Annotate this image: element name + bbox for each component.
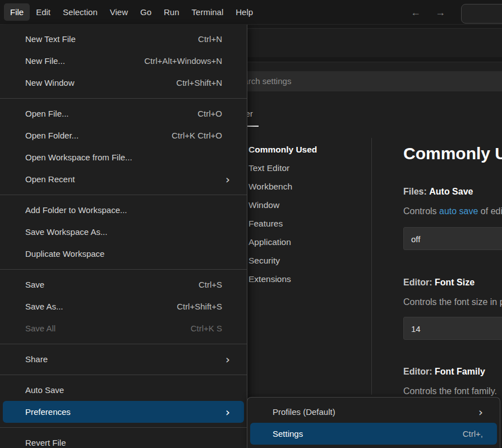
preferences-submenu: Profiles (Default) › Settings Ctrl+, — [247, 397, 500, 448]
setting-name-editor-font-size: Editor: Font Size — [403, 278, 475, 288]
toc-item-application[interactable]: Application — [248, 233, 317, 251]
toc-item-workbench[interactable]: Workbench — [248, 177, 317, 196]
toc-item-commonly-used[interactable]: Commonly Used — [248, 140, 317, 159]
menu-item-save[interactable]: Save Ctrl+S — [0, 274, 247, 295]
file-menu: New Text File Ctrl+N New File... Ctrl+Al… — [0, 25, 247, 448]
setting-desc-font-family: Controls the font family. — [403, 386, 497, 396]
menu-separator — [0, 427, 247, 428]
menu-item-auto-save[interactable]: Auto Save — [0, 379, 247, 401]
toc-item-security[interactable]: Security — [248, 251, 317, 270]
submenu-arrow-icon: › — [225, 407, 230, 418]
menubar-item-help[interactable]: Help — [229, 3, 259, 21]
menu-item-settings[interactable]: Settings Ctrl+, — [250, 423, 497, 445]
menu-item-save-all: Save All Ctrl+K S — [0, 317, 247, 339]
menubar-item-terminal[interactable]: Terminal — [186, 3, 230, 21]
auto-save-select[interactable]: off — [403, 227, 502, 250]
submenu-arrow-icon: › — [478, 407, 483, 418]
menu-separator — [0, 98, 247, 99]
menu-separator — [0, 195, 247, 195]
toc-divider — [371, 138, 372, 395]
menu-item-open-folder[interactable]: Open Folder... Ctrl+K Ctrl+O — [0, 124, 247, 146]
settings-toc: Commonly Used Text Editor Workbench Wind… — [248, 140, 317, 288]
menu-item-profiles[interactable]: Profiles (Default) › — [247, 401, 500, 423]
history-navigation: ← → — [410, 0, 446, 25]
font-size-input[interactable]: 14 — [403, 317, 502, 340]
menubar-item-go[interactable]: Go — [134, 3, 158, 21]
menu-bar: File Edit Selection View Go Run Terminal… — [0, 0, 502, 25]
menu-item-preferences[interactable]: Preferences › — [3, 401, 244, 423]
menu-item-revert-file[interactable]: Revert File — [0, 432, 247, 448]
menu-separator — [0, 269, 247, 270]
settings-section-header: Commonly Used — [403, 144, 502, 163]
toc-item-features[interactable]: Features — [248, 214, 317, 233]
auto-save-link[interactable]: auto save — [439, 206, 478, 216]
menu-item-save-workspace-as[interactable]: Save Workspace As... — [0, 221, 247, 243]
setting-name-editor-font-family: Editor: Font Family — [403, 367, 485, 377]
command-center-search-box[interactable] — [461, 4, 502, 24]
submenu-arrow-icon: › — [225, 354, 230, 365]
menu-item-share[interactable]: Share › — [0, 348, 247, 370]
vscode-window: Search settings User Commonly Used Text … — [0, 0, 502, 448]
menu-item-open-workspace-from-file[interactable]: Open Workspace from File... — [0, 146, 247, 168]
toc-item-extensions[interactable]: Extensions — [248, 270, 317, 288]
menubar-item-run[interactable]: Run — [158, 3, 186, 21]
toc-item-window[interactable]: Window — [248, 196, 317, 214]
menu-item-duplicate-workspace[interactable]: Duplicate Workspace — [0, 243, 247, 265]
menu-separator — [0, 344, 247, 344]
menubar-item-edit[interactable]: Edit — [30, 3, 57, 21]
menu-item-open-file[interactable]: Open File... Ctrl+O — [0, 103, 247, 124]
menu-item-new-window[interactable]: New Window Ctrl+Shift+N — [0, 72, 247, 94]
menu-item-new-file[interactable]: New File... Ctrl+Alt+Windows+N — [0, 50, 247, 72]
menubar-item-file[interactable]: File — [4, 3, 30, 21]
go-forward-icon[interactable]: → — [435, 7, 446, 19]
setting-desc-auto-save: Controls auto save of editors that have … — [403, 206, 502, 216]
submenu-arrow-icon: › — [225, 174, 230, 185]
go-back-icon[interactable]: ← — [410, 7, 421, 19]
menubar-item-selection[interactable]: Selection — [57, 3, 104, 21]
setting-desc-font-size: Controls the font size in pixels. — [403, 297, 502, 307]
menu-separator — [0, 375, 247, 375]
menubar-item-view[interactable]: View — [104, 3, 134, 21]
menu-item-save-as[interactable]: Save As... Ctrl+Shift+S — [0, 295, 247, 317]
setting-name-files-auto-save: Files: Auto Save — [403, 187, 473, 197]
menu-item-new-text-file[interactable]: New Text File Ctrl+N — [0, 28, 247, 50]
menu-item-open-recent[interactable]: Open Recent › — [0, 168, 247, 190]
menu-item-add-folder-to-workspace[interactable]: Add Folder to Workspace... — [0, 199, 247, 221]
toc-item-text-editor[interactable]: Text Editor — [248, 159, 317, 177]
